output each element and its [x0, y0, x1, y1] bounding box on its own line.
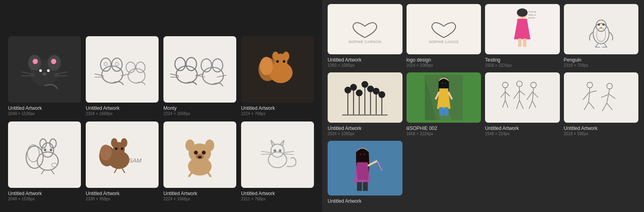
svg-rect-88 — [517, 19, 527, 23]
svg-point-56 — [121, 138, 127, 148]
svg-point-6 — [47, 70, 50, 72]
artwork-card[interactable]: Testing ability to gesture Testing 1508 … — [485, 4, 560, 68]
artwork-info: Untitled Artwork 2224 × 768px — [241, 105, 314, 117]
artwork-info: Untitled Artwork 2018 × 580px — [564, 125, 639, 137]
svg-text:Testing: Testing — [528, 10, 537, 13]
artwork-card[interactable]: Untitled Artwork 2224 × 768px — [241, 36, 314, 117]
artwork-name: Untitled Artwork — [86, 191, 159, 196]
artwork-card[interactable]: Untitled Artwork 2024 × 1080px — [328, 72, 402, 137]
artwork-name: logo design — [407, 57, 481, 63]
svg-point-112 — [373, 88, 380, 95]
svg-point-87 — [517, 8, 528, 16]
artwork-size: 1508 × 2224px — [485, 63, 560, 68]
artwork-card[interactable]: Untitled Artwork 2334 × 1668px — [86, 36, 159, 117]
artwork-name: Monty — [163, 105, 236, 111]
svg-point-4 — [51, 59, 56, 64]
svg-point-49 — [50, 149, 53, 152]
svg-line-146 — [584, 102, 588, 110]
svg-line-150 — [601, 95, 608, 97]
svg-line-80 — [261, 151, 271, 152]
artwork-info: Untitled Artwork 2048 × 1536px — [8, 190, 81, 202]
artwork-info: Penguin 2318 × 700px — [564, 56, 639, 68]
artwork-card[interactable]: Untitled Artwork 2048 × 1536px — [8, 36, 81, 117]
artwork-info: Untitled Artwork 2224 × 1668px — [163, 190, 236, 202]
svg-point-5 — [39, 70, 42, 72]
artwork-card[interactable]: Untitled Artwork 2018 × 580px — [564, 72, 639, 137]
left-gallery: Untitled Artwork 2048 × 1536px — [0, 0, 322, 212]
artwork-size: 2024 × 1080px — [328, 132, 402, 136]
artwork-size: 2018 × 580px — [564, 132, 639, 136]
artwork-size: 2224 × 768px — [241, 111, 314, 116]
artwork-card[interactable]: Untitled Artwork 1548 × 224px — [485, 72, 560, 137]
svg-rect-119 — [444, 107, 448, 116]
svg-point-40 — [276, 60, 279, 63]
svg-marker-76 — [271, 140, 275, 146]
artwork-name: iiiSOPHIE 002 — [407, 126, 481, 131]
artwork-info: Untitled Artwork 1548 × 224px — [485, 125, 560, 137]
artwork-info: Monty 2224 × 1668px — [163, 105, 236, 117]
artwork-size: 2048 × 1536px — [8, 197, 81, 201]
artwork-illustration — [568, 6, 635, 52]
artwork-illustration — [245, 39, 310, 99]
svg-point-3 — [33, 59, 38, 64]
svg-line-73 — [208, 172, 211, 177]
svg-rect-117 — [439, 89, 448, 92]
artwork-card[interactable]: Monty 2224 × 1668px — [163, 36, 236, 117]
svg-point-25 — [186, 58, 196, 71]
artwork-size: 1668 × 2224px — [407, 132, 481, 136]
svg-point-108 — [350, 84, 357, 91]
artwork-info: logo design 2024 × 1080px — [407, 56, 481, 68]
svg-line-128 — [503, 101, 506, 108]
svg-point-122 — [442, 82, 443, 84]
svg-line-134 — [517, 101, 520, 109]
artwork-illustration — [167, 39, 233, 99]
svg-point-69 — [202, 151, 206, 155]
svg-rect-90 — [523, 39, 526, 47]
svg-text:gesture: gesture — [528, 16, 535, 19]
svg-point-148 — [607, 83, 612, 89]
svg-text:ability to: ability to — [528, 14, 536, 16]
svg-point-24 — [175, 58, 186, 71]
artwork-name: Untitled Artwork — [86, 105, 159, 111]
artwork-name: Untitled Artwork — [241, 191, 314, 196]
artwork-card[interactable]: Penguin 2318 × 700px — [564, 4, 639, 68]
svg-point-78 — [274, 149, 277, 152]
svg-point-130 — [517, 81, 522, 87]
svg-line-81 — [261, 154, 271, 155]
artwork-size: 2318 × 700px — [564, 63, 639, 68]
artwork-illustration: Testing ability to gesture — [489, 6, 556, 52]
svg-line-149 — [607, 89, 609, 103]
artwork-card[interactable]: iiiSOPHIE 002 1668 × 2224px — [407, 72, 481, 137]
svg-point-52 — [52, 163, 57, 167]
artwork-card[interactable]: Untitled Artwork 2224 × 1668px — [163, 121, 236, 202]
artwork-illustration — [489, 75, 556, 120]
artwork-size: 2334 × 1668px — [86, 111, 159, 116]
artwork-illustration — [331, 75, 398, 120]
artwork-card[interactable]: Untitled Artwork 2048 × 1536px — [8, 121, 81, 202]
svg-point-41 — [283, 60, 286, 63]
svg-point-16 — [115, 62, 118, 66]
svg-line-17 — [95, 74, 104, 76]
svg-point-14 — [111, 58, 122, 72]
svg-marker-77 — [280, 140, 284, 146]
svg-rect-118 — [439, 107, 443, 116]
svg-point-36 — [272, 52, 279, 61]
artwork-card[interactable]: SOPHIE LAGOS logo design 2024 × 1080px — [407, 4, 481, 68]
artwork-card[interactable]: SAM Untitled Artwork 2338 × 958px — [86, 121, 159, 202]
svg-line-141 — [533, 101, 536, 108]
artwork-card[interactable]: Untitled Artwork — [328, 141, 402, 205]
svg-point-47 — [27, 145, 39, 162]
svg-point-96 — [597, 28, 606, 42]
svg-point-29 — [202, 68, 223, 84]
svg-text:SOPHIE CARSON: SOPHIE CARSON — [349, 40, 382, 44]
svg-point-97 — [598, 23, 600, 26]
svg-point-42 — [37, 152, 58, 171]
artwork-card[interactable]: Untitled Artwork 2311 × 768px — [241, 121, 314, 202]
artwork-name: Untitled Artwork — [328, 198, 402, 204]
artwork-info: Untitled Artwork 2311 × 768px — [241, 190, 314, 202]
svg-point-71 — [198, 156, 202, 159]
svg-line-129 — [506, 101, 508, 108]
artwork-card[interactable]: SOPHIE CARSON Untitled Artwork 1393 × 10… — [328, 4, 402, 68]
svg-point-46 — [26, 146, 43, 168]
svg-point-142 — [587, 82, 592, 88]
